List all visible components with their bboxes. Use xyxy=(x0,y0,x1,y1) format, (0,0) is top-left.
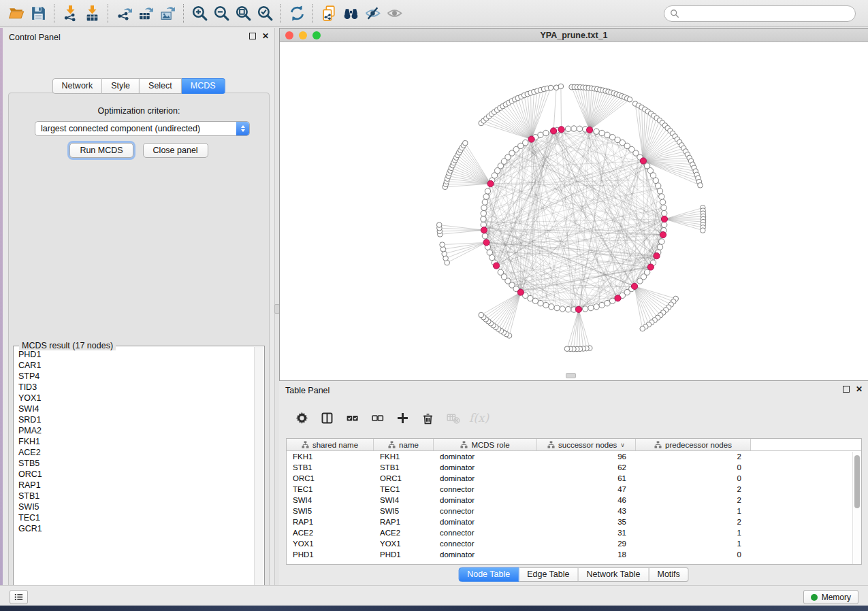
float-panel-icon[interactable] xyxy=(249,33,256,39)
mcds-result-item[interactable]: GCR1 xyxy=(18,523,253,534)
table-row[interactable]: YOX1YOX1connector291 xyxy=(287,538,861,549)
export-table-icon xyxy=(138,5,155,22)
mcds-result-item[interactable]: SWI4 xyxy=(18,403,253,414)
table-header-row: shared namenameMCDS rolesuccessor nodes∨… xyxy=(287,439,861,451)
mcds-result-item[interactable]: RAP1 xyxy=(18,480,253,491)
mcds-result-item[interactable]: FKH1 xyxy=(18,436,253,447)
delete-table-icon xyxy=(446,411,460,425)
import-network-button[interactable] xyxy=(59,3,81,24)
export-table-button[interactable] xyxy=(135,3,157,24)
minimize-window-light[interactable] xyxy=(299,31,307,39)
horizontal-splitter-handle[interactable] xyxy=(566,373,576,378)
mcds-result-item[interactable]: STB1 xyxy=(18,491,253,501)
table-mode-button[interactable] xyxy=(293,409,310,427)
import-table-button[interactable] xyxy=(81,3,103,24)
table-row[interactable]: ACE2ACE2connector311 xyxy=(287,527,861,538)
mcds-result-item[interactable]: STB5 xyxy=(18,458,253,469)
network-window-title: YPA_prune.txt_1 xyxy=(280,29,868,42)
column-header-predecessor-nodes[interactable]: predecessor nodes xyxy=(636,439,751,450)
fit-content-button[interactable] xyxy=(232,3,254,24)
table-row[interactable]: TEC1TEC1connector472 xyxy=(287,484,861,495)
close-table-panel-icon[interactable]: ✕ xyxy=(856,386,863,393)
mcds-result-item[interactable]: PMA2 xyxy=(18,425,253,436)
open-session-button[interactable] xyxy=(5,3,27,24)
show-columns-button[interactable] xyxy=(318,409,336,427)
table-cell: ACE2 xyxy=(374,527,434,538)
tab-network-table[interactable]: Network Table xyxy=(579,567,649,582)
table-row[interactable]: RAP1RAP1dominator352 xyxy=(287,516,861,527)
table-scrollbar[interactable] xyxy=(852,452,861,564)
table-cell: STB1 xyxy=(374,462,434,473)
close-window-light[interactable] xyxy=(285,31,293,39)
table-cell: 1 xyxy=(636,538,751,549)
mcds-result-item[interactable]: SRD1 xyxy=(18,414,253,425)
network-canvas[interactable] xyxy=(280,42,867,380)
create-column-button[interactable] xyxy=(393,409,411,427)
export-image-button[interactable] xyxy=(157,3,178,24)
network-window-titlebar[interactable]: YPA_prune.txt_1 xyxy=(280,29,868,42)
column-header-shared-name[interactable]: shared name xyxy=(287,439,374,450)
deselect-all-rows-button[interactable] xyxy=(368,409,386,427)
mcds-result-item[interactable]: ORC1 xyxy=(18,469,253,480)
table-cell: SWI5 xyxy=(287,506,374,516)
zoom-selected-button[interactable] xyxy=(254,3,276,24)
mcds-result-item[interactable]: SWI5 xyxy=(18,501,253,512)
export-network-icon xyxy=(116,5,133,22)
select-all-rows-button[interactable] xyxy=(343,409,361,427)
search-box[interactable] xyxy=(664,5,856,22)
cytoscape-app: Control Panel ✕ NetworkStyleSelectMCDS O… xyxy=(0,0,868,611)
delete-columns-button[interactable] xyxy=(419,409,436,427)
tab-style[interactable]: Style xyxy=(102,78,140,94)
column-header-name[interactable]: name xyxy=(374,439,434,450)
table-cell: SWI5 xyxy=(374,506,434,516)
tab-edge-table[interactable]: Edge Table xyxy=(519,567,578,582)
mcds-result-item[interactable]: TID3 xyxy=(18,382,253,393)
tab-select[interactable]: Select xyxy=(140,78,182,94)
column-label: name xyxy=(399,441,419,449)
zoom-in-button[interactable] xyxy=(189,3,210,24)
list-icon xyxy=(13,591,25,603)
mcds-result-item[interactable]: PHD1 xyxy=(18,349,253,360)
float-table-panel-icon[interactable] xyxy=(843,386,850,393)
attribute-icon xyxy=(460,441,468,448)
search-input[interactable] xyxy=(679,7,855,20)
save-session-button[interactable] xyxy=(27,3,49,24)
refresh-button[interactable] xyxy=(286,3,308,24)
control-panel: Control Panel ✕ NetworkStyleSelectMCDS O… xyxy=(3,28,275,585)
tab-mcds[interactable]: MCDS xyxy=(182,78,225,94)
new-network-from-selection-button[interactable] xyxy=(318,3,340,24)
mcds-result-item[interactable]: ACE2 xyxy=(18,447,253,458)
table-scrollbar-thumb[interactable] xyxy=(854,455,860,508)
zoom-out-button[interactable] xyxy=(210,3,232,24)
mcds-result-item[interactable]: CAR1 xyxy=(18,360,253,371)
table-row[interactable]: SWI4SWI4dominator462 xyxy=(287,495,861,506)
table-row[interactable]: PHD1PHD1dominator180 xyxy=(287,549,861,560)
mcds-result-item[interactable]: TEC1 xyxy=(18,512,253,523)
export-network-button[interactable] xyxy=(113,3,135,24)
combo-stepper-icon xyxy=(236,122,249,135)
close-panel-button[interactable]: Close panel xyxy=(143,143,208,158)
tab-motifs[interactable]: Motifs xyxy=(649,567,688,582)
tab-node-table[interactable]: Node Table xyxy=(458,567,519,582)
run-mcds-button[interactable]: Run MCDS xyxy=(69,143,133,158)
mcds-list-scrollbar[interactable] xyxy=(254,347,263,597)
table-row[interactable]: ORC1ORC1dominator610 xyxy=(287,473,861,484)
table-row[interactable]: SWI5SWI5connector431 xyxy=(287,506,861,516)
mcds-result-item[interactable]: YOX1 xyxy=(18,393,253,403)
hide-selected-button[interactable] xyxy=(361,3,383,24)
column-header-successor-nodes[interactable]: successor nodes∨ xyxy=(537,439,636,450)
mcds-result-item[interactable]: STP4 xyxy=(18,371,253,382)
table-row[interactable]: STB1STB1dominator620 xyxy=(287,462,861,473)
zoom-window-light[interactable] xyxy=(312,31,321,39)
optimization-criterion-select[interactable]: largest connected component (undirected) xyxy=(35,121,250,136)
tab-network[interactable]: Network xyxy=(52,78,102,94)
task-history-button[interactable] xyxy=(10,590,28,604)
table-cell: dominator xyxy=(434,516,537,527)
first-neighbors-button[interactable] xyxy=(340,3,361,24)
table-panel-title: Table Panel xyxy=(285,386,329,395)
table-row[interactable]: FKH1FKH1dominator962 xyxy=(287,451,861,462)
mcds-result-list: PHD1CAR1STP4TID3YOX1SWI4SRD1PMA2FKH1ACE2… xyxy=(14,349,253,597)
memory-button[interactable]: Memory xyxy=(803,590,858,604)
column-header-MCDS-role[interactable]: MCDS role xyxy=(434,439,537,450)
close-panel-icon[interactable]: ✕ xyxy=(262,33,269,39)
